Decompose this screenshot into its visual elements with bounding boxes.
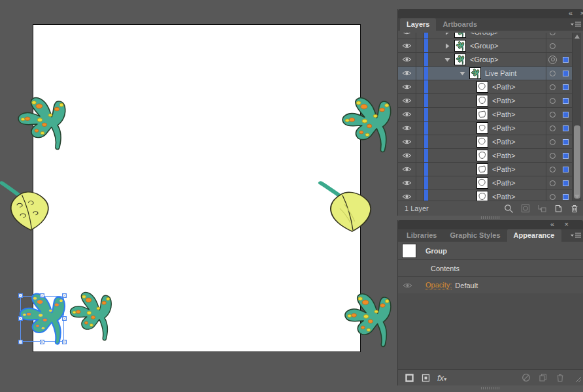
target-indicator[interactable]: [546, 176, 559, 189]
tab-artboards[interactable]: Artboards: [436, 18, 484, 31]
collapse-panels-icon[interactable]: «: [569, 9, 573, 18]
leaf-artwork-mid-right[interactable]: [319, 182, 376, 233]
make-clipping-mask-icon[interactable]: [521, 204, 530, 213]
layer-row-live-paint[interactable]: Live Paint: [398, 67, 572, 80]
duplicate-item-icon[interactable]: [539, 373, 548, 382]
panel-resize-gripper[interactable]: [481, 216, 499, 219]
add-effect-icon[interactable]: fx▾: [437, 373, 446, 383]
collapse-arrow-icon[interactable]: [459, 71, 465, 76]
visibility-toggle[interactable]: [398, 282, 416, 289]
visibility-toggle[interactable]: [398, 190, 416, 201]
layer-row-path[interactable]: <Path>: [398, 176, 572, 190]
lock-toggle[interactable]: [416, 122, 424, 135]
appearance-row-opacity[interactable]: Opacity: Default: [398, 277, 583, 294]
selected-art-indicator[interactable]: [559, 39, 572, 52]
tab-libraries[interactable]: Libraries: [400, 229, 443, 242]
resize-grip-icon[interactable]: [575, 376, 582, 384]
lock-toggle[interactable]: [416, 135, 424, 148]
visibility-toggle[interactable]: [398, 80, 416, 93]
add-fill-icon[interactable]: [421, 373, 431, 383]
selection-handle[interactable]: [40, 293, 44, 298]
leaf-artwork-mid-left[interactable]: [0, 182, 54, 231]
visibility-toggle[interactable]: [398, 135, 416, 148]
lock-toggle[interactable]: [416, 190, 424, 201]
target-indicator[interactable]: [546, 190, 559, 201]
selection-handle[interactable]: [62, 316, 67, 321]
layer-row-group[interactable]: <Group>: [398, 33, 572, 39]
layer-row-path[interactable]: <Path>: [398, 94, 572, 108]
selection-handle[interactable]: [18, 316, 23, 321]
selected-art-indicator[interactable]: [559, 122, 572, 135]
selection-handle[interactable]: [18, 340, 23, 344]
scrollbar-thumb[interactable]: [574, 125, 580, 199]
visibility-toggle[interactable]: [398, 108, 416, 121]
expand-arrow-icon[interactable]: [444, 33, 450, 35]
create-sublayer-icon[interactable]: [537, 204, 546, 213]
selection-handle[interactable]: [62, 340, 67, 344]
expand-arrow-icon[interactable]: [444, 43, 450, 49]
delete-item-icon[interactable]: [556, 373, 565, 382]
target-indicator[interactable]: [546, 135, 559, 148]
visibility-toggle[interactable]: [398, 163, 416, 176]
visibility-toggle[interactable]: [398, 53, 416, 66]
lock-toggle[interactable]: [416, 94, 424, 107]
panel-menu-icon[interactable]: [571, 232, 581, 239]
layer-row-path[interactable]: <Path>: [398, 149, 572, 163]
target-indicator[interactable]: [546, 80, 559, 93]
tab-appearance[interactable]: Appearance: [507, 229, 561, 242]
close-panel-icon[interactable]: ×: [580, 9, 583, 18]
lock-toggle[interactable]: [416, 108, 424, 121]
lock-toggle[interactable]: [416, 39, 424, 52]
selected-art-indicator[interactable]: [559, 67, 572, 80]
lock-toggle[interactable]: [416, 176, 424, 189]
lock-toggle[interactable]: [416, 33, 424, 39]
layer-row-path[interactable]: <Path>: [398, 122, 572, 135]
appearance-row-group[interactable]: Group: [398, 242, 583, 260]
selected-art-indicator[interactable]: [559, 149, 572, 162]
close-panel-icon[interactable]: ×: [565, 220, 569, 229]
clear-appearance-icon[interactable]: [522, 373, 531, 382]
target-indicator[interactable]: [546, 149, 559, 162]
lock-toggle[interactable]: [416, 67, 424, 80]
selected-art-indicator[interactable]: [559, 176, 572, 189]
tab-graphic-styles[interactable]: Graphic Styles: [443, 229, 507, 242]
selected-art-indicator[interactable]: [559, 108, 572, 121]
visibility-toggle[interactable]: [398, 149, 416, 162]
selection-handle[interactable]: [18, 293, 23, 298]
delete-layer-icon[interactable]: [570, 204, 579, 213]
collapse-arrow-icon[interactable]: [444, 57, 450, 62]
leaf-artwork-top-left[interactable]: [16, 95, 68, 152]
panel-resize-gripper[interactable]: [481, 387, 499, 389]
visibility-toggle[interactable]: [398, 94, 416, 107]
target-indicator[interactable]: [546, 33, 559, 39]
target-indicator[interactable]: [546, 163, 559, 176]
leaf-artwork-bottom-right[interactable]: [342, 291, 393, 349]
target-indicator[interactable]: [546, 67, 559, 80]
target-indicator[interactable]: [546, 108, 559, 121]
tab-layers[interactable]: Layers: [400, 18, 436, 31]
locate-object-icon[interactable]: [504, 204, 514, 214]
target-indicator[interactable]: [546, 122, 559, 135]
add-stroke-icon[interactable]: [405, 373, 414, 383]
visibility-toggle[interactable]: [398, 33, 416, 39]
leaf-artwork-top-right[interactable]: [340, 95, 393, 154]
selection-handle[interactable]: [40, 340, 44, 344]
layer-row-path[interactable]: <Path>: [398, 190, 572, 201]
layer-row-group[interactable]: <Group>: [398, 39, 572, 53]
scroll-up-icon[interactable]: [573, 33, 582, 41]
visibility-toggle[interactable]: [398, 67, 416, 80]
new-layer-icon[interactable]: [554, 204, 563, 213]
scroll-down-icon[interactable]: [573, 193, 582, 201]
target-indicator[interactable]: [546, 39, 559, 52]
layer-row-path[interactable]: <Path>: [398, 135, 572, 149]
selected-art-indicator[interactable]: [559, 190, 572, 201]
selection-handle[interactable]: [62, 293, 67, 298]
visibility-toggle[interactable]: [398, 122, 416, 135]
lock-toggle[interactable]: [416, 163, 424, 176]
selected-art-indicator[interactable]: [559, 135, 572, 148]
target-indicator[interactable]: [546, 94, 559, 107]
appearance-row-contents[interactable]: Contents: [398, 260, 583, 277]
opacity-link[interactable]: Opacity:: [425, 281, 452, 289]
leaf-artwork-bottom-mid[interactable]: [68, 290, 114, 342]
selected-art-indicator[interactable]: [559, 163, 572, 176]
